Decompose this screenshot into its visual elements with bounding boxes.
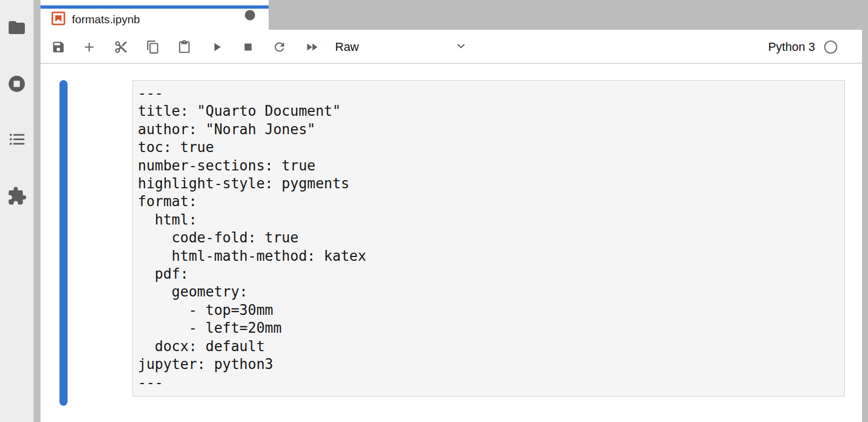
save-icon xyxy=(51,40,65,54)
sidebar-item-running-sessions[interactable] xyxy=(0,74,34,94)
sidebar-item-file-browser[interactable] xyxy=(0,18,34,37)
restart-icon xyxy=(272,40,286,54)
cell-type-dropdown[interactable]: Raw xyxy=(335,37,468,57)
sidebar-divider xyxy=(34,0,41,422)
activity-sidebar xyxy=(0,0,34,422)
scissors-icon xyxy=(114,40,128,54)
cell-collapser[interactable] xyxy=(59,80,68,406)
kernel-status-icon[interactable] xyxy=(823,39,838,55)
copy-cells-button[interactable] xyxy=(146,40,160,54)
jupyterlab-window: formats.ipynb xyxy=(0,0,868,422)
chevron-down-icon xyxy=(455,39,468,55)
stop-icon xyxy=(241,40,255,54)
folder-icon xyxy=(7,18,26,37)
tab-formats-ipynb[interactable]: formats.ipynb xyxy=(41,0,269,30)
play-icon xyxy=(210,40,224,54)
insert-cell-button[interactable] xyxy=(82,40,96,54)
tab-bar: formats.ipynb xyxy=(41,0,862,30)
run-cell-button[interactable] xyxy=(210,40,224,54)
notebook-content: --- title: "Quarto Document" author: "No… xyxy=(41,64,862,421)
raw-cell-source: --- title: "Quarto Document" author: "No… xyxy=(133,81,844,392)
fast-forward-icon xyxy=(305,40,319,54)
interrupt-kernel-button[interactable] xyxy=(241,40,255,54)
kernel-name[interactable]: Python 3 xyxy=(768,40,815,54)
notebook-panel: formats.ipynb xyxy=(41,0,862,422)
puzzle-icon xyxy=(7,186,27,206)
restart-kernel-button[interactable] xyxy=(272,40,286,54)
tab-title: formats.ipynb xyxy=(72,13,140,26)
sidebar-item-table-of-contents[interactable] xyxy=(0,130,34,148)
list-icon xyxy=(8,130,26,148)
cell-type-value: Raw xyxy=(335,40,359,54)
notebook-icon xyxy=(51,11,65,28)
tab-modified-indicator[interactable] xyxy=(245,10,255,20)
running-icon xyxy=(7,74,26,94)
paste-icon xyxy=(177,40,191,54)
paste-cells-button[interactable] xyxy=(177,40,191,54)
save-button[interactable] xyxy=(51,40,65,54)
copy-icon xyxy=(146,40,160,54)
kernel-area: Python 3 xyxy=(768,30,838,64)
plus-icon xyxy=(82,40,96,54)
cut-cells-button[interactable] xyxy=(114,40,128,54)
right-edge-strip xyxy=(862,0,868,422)
restart-run-all-button[interactable] xyxy=(305,40,319,54)
sidebar-item-extension-manager[interactable] xyxy=(0,186,34,206)
raw-cell-editor[interactable]: --- title: "Quarto Document" author: "No… xyxy=(132,80,845,397)
notebook-toolbar: Raw Python 3 xyxy=(41,30,862,64)
